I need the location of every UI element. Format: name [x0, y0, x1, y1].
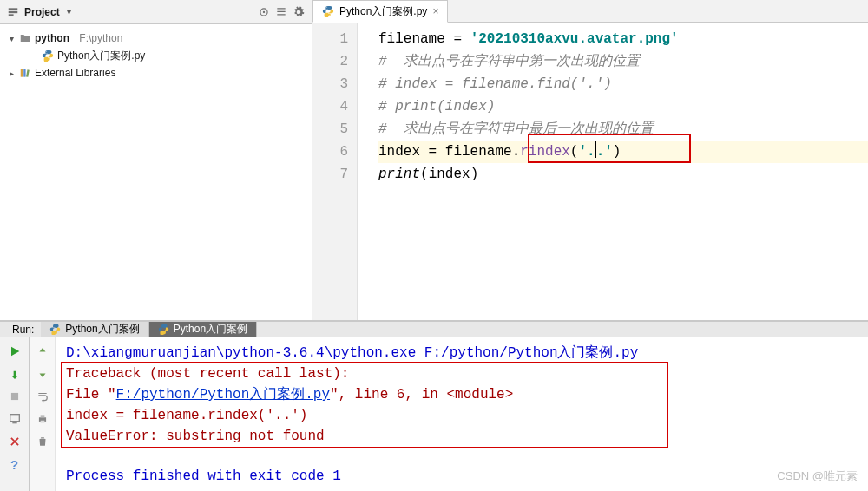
svg-rect-9 [10, 415, 19, 422]
code-area[interactable]: filename = '20210310axvu.avatar.png' # 求… [358, 23, 868, 320]
project-tree: ▾ python F:\python Python入门案例.py ▸ Exter… [0, 24, 312, 87]
print-icon[interactable] [34, 410, 51, 428]
svg-rect-8 [10, 393, 17, 400]
run-tab[interactable]: Python入门案例 [41, 322, 148, 337]
run-console[interactable]: D:\xiangmuruanjian\python-3.6.4\python.e… [56, 337, 868, 491]
up-icon[interactable] [34, 343, 51, 360]
gear-icon[interactable] [293, 6, 305, 18]
python-file-icon [49, 324, 61, 335]
trash-icon[interactable] [34, 433, 51, 450]
code-line[interactable]: # print(index) [378, 95, 868, 118]
project-dropdown-icon[interactable]: ▾ [65, 7, 74, 16]
stop-button[interactable] [6, 388, 23, 405]
line-number: 1 [312, 28, 348, 50]
line-number: 2 [312, 50, 348, 73]
project-root-row[interactable]: ▾ python F:\python [3, 29, 308, 47]
svg-rect-2 [9, 14, 14, 16]
python-file-icon [322, 5, 334, 17]
code-line-active[interactable]: index = filename.rindex('..') [378, 141, 868, 163]
project-pane: Project ▾ ▾ python F:\python Python入门案例.… [0, 0, 312, 320]
code-line[interactable]: # 求出点号在字符串中最后一次出现的位置 [378, 118, 868, 141]
aim-icon[interactable] [258, 6, 270, 18]
run-tab-active[interactable]: Python入门案例 [149, 322, 257, 337]
editor-pane: Python入门案例.py × 1 2 3 4 5 6 7 filename =… [312, 0, 868, 320]
svg-rect-13 [40, 421, 44, 423]
console-file-link[interactable]: F:/python/Python入门案例.py [116, 387, 330, 403]
console-traceback: Traceback (most recent call last): [66, 363, 858, 384]
python-file-icon [42, 49, 54, 62]
console-traceback-file: File "F:/python/Python入门案例.py", line 6, … [66, 384, 858, 405]
dump-icon[interactable] [6, 410, 23, 428]
rerun-icon[interactable] [6, 343, 23, 360]
down-icon[interactable] [34, 365, 51, 383]
project-tool-icon [7, 6, 19, 18]
line-number: 6 [312, 141, 348, 163]
run-tab-label: Python入门案例 [65, 322, 139, 337]
svg-rect-1 [9, 10, 18, 12]
project-file-row[interactable]: Python入门案例.py [3, 47, 308, 64]
console-error: ValueError: substring not found [66, 426, 858, 447]
svg-rect-5 [21, 69, 23, 76]
code-line[interactable]: print(index) [378, 163, 868, 186]
folder-icon [19, 32, 31, 44]
editor-tabs: Python入门案例.py × [312, 0, 868, 23]
help-icon[interactable]: ? [6, 455, 23, 473]
console-cmd: D:\xiangmuruanjian\python-3.6.4\python.e… [66, 343, 858, 363]
close-icon[interactable] [6, 433, 23, 450]
project-header: Project ▾ [0, 0, 312, 24]
run-tab-label: Python入门案例 [174, 322, 247, 337]
svg-rect-10 [12, 422, 16, 424]
editor-body[interactable]: 1 2 3 4 5 6 7 filename = '20210310axvu.a… [312, 23, 868, 320]
close-icon[interactable]: × [432, 5, 438, 17]
line-number: 5 [312, 118, 348, 141]
svg-point-4 [263, 10, 265, 12]
editor-gutter: 1 2 3 4 5 6 7 [312, 23, 358, 320]
editor-tab-label: Python入门案例.py [339, 4, 427, 19]
project-root-path: F:\python [79, 32, 122, 44]
line-number: 4 [312, 95, 348, 118]
svg-rect-0 [9, 8, 18, 10]
project-root-name: python [35, 32, 69, 44]
svg-rect-6 [23, 69, 25, 76]
stop-down-icon[interactable] [6, 365, 23, 383]
external-libs-label: External Libraries [35, 67, 115, 79]
chevron-right-icon[interactable]: ▸ [7, 69, 16, 78]
run-toolbar-left: ? [0, 337, 30, 491]
code-line[interactable]: filename = '20210310axvu.avatar.png' [378, 28, 868, 50]
console-exit: Process finished with exit code 1 [66, 466, 858, 487]
line-number: 3 [312, 73, 348, 95]
svg-rect-7 [26, 69, 30, 76]
chevron-down-icon[interactable]: ▾ [7, 34, 16, 43]
editor-tab[interactable]: Python入门案例.py × [312, 0, 448, 23]
run-tab-bar: Run: Python入门案例 Python入门案例 [0, 322, 868, 337]
run-label: Run: [5, 322, 41, 337]
libraries-icon [19, 67, 31, 79]
console-traceback-code: index = filename.rindex('..') [66, 405, 858, 426]
external-libs-row[interactable]: ▸ External Libraries [3, 64, 308, 82]
code-line[interactable]: # index = filename.find('.') [378, 73, 868, 95]
python-file-icon [158, 324, 169, 335]
collapse-all-icon[interactable] [275, 6, 287, 18]
run-toolbar-inner [30, 337, 56, 491]
code-line[interactable]: # 求出点号在字符串中第一次出现的位置 [378, 50, 868, 73]
svg-rect-12 [40, 415, 44, 417]
line-number: 7 [312, 163, 348, 186]
run-panel: Run: Python入门案例 Python入门案例 ? D:\xiangmur… [0, 321, 868, 490]
wrap-icon[interactable] [34, 388, 51, 405]
project-file-name: Python入门案例.py [57, 49, 145, 63]
project-title: Project [24, 6, 60, 18]
